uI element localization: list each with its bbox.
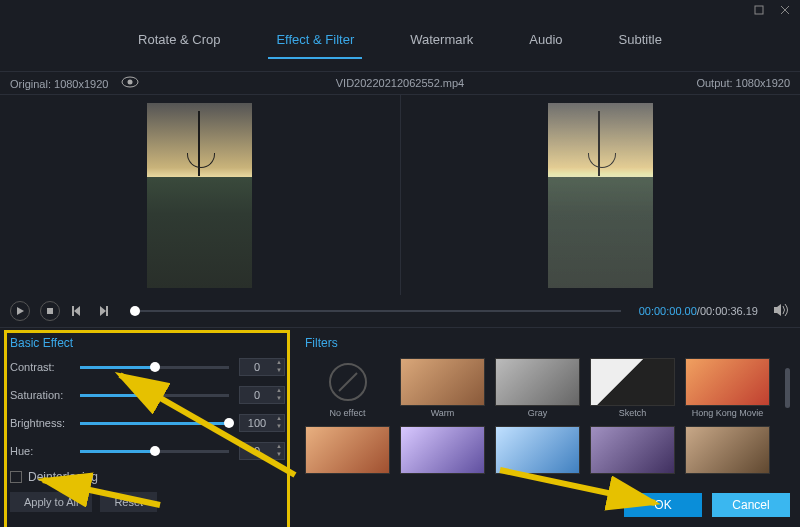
- brightness-step-down[interactable]: ▼: [274, 423, 284, 431]
- original-resolution: Original: 1080x1920: [10, 78, 108, 90]
- svg-line-12: [339, 373, 357, 391]
- preview-original: [0, 95, 401, 295]
- saturation-step-up[interactable]: ▲: [274, 387, 284, 395]
- filter-sketch[interactable]: Sketch: [590, 358, 675, 418]
- output-resolution: Output: 1080x1920: [696, 77, 790, 89]
- svg-marker-9: [100, 306, 106, 316]
- apply-to-all-button[interactable]: Apply to All: [10, 492, 92, 512]
- tab-subtitle[interactable]: Subtitle: [611, 28, 670, 59]
- duration-time: 00:00:36.19: [700, 305, 758, 317]
- reset-button[interactable]: Reset: [100, 492, 157, 512]
- contrast-step-down[interactable]: ▼: [274, 367, 284, 375]
- contrast-value-input[interactable]: 0▲▼: [239, 358, 285, 376]
- basic-effect-title: Basic Effect: [10, 336, 285, 350]
- deinterlacing-checkbox[interactable]: [10, 471, 22, 483]
- saturation-step-down[interactable]: ▼: [274, 395, 284, 403]
- filename-label: VID20220212062552.mp4: [336, 77, 464, 89]
- brightness-slider[interactable]: [80, 422, 229, 425]
- stop-button[interactable]: [40, 301, 60, 321]
- filter-item[interactable]: [495, 426, 580, 474]
- saturation-label: Saturation:: [10, 389, 80, 401]
- brightness-value-input[interactable]: 100▲▼: [239, 414, 285, 432]
- preview-area: [0, 95, 800, 295]
- close-button[interactable]: [778, 3, 792, 17]
- cancel-button[interactable]: Cancel: [712, 493, 790, 517]
- info-bar: Original: 1080x1920 VID20220212062552.mp…: [0, 72, 800, 95]
- contrast-step-up[interactable]: ▲: [274, 359, 284, 367]
- maximize-button[interactable]: [752, 3, 766, 17]
- hue-label: Hue:: [10, 445, 80, 457]
- brightness-label: Brightness:: [10, 417, 80, 429]
- svg-marker-5: [17, 307, 24, 315]
- svg-rect-8: [72, 306, 74, 316]
- tab-rotate-crop[interactable]: Rotate & Crop: [130, 28, 228, 59]
- preview-output-image: [548, 103, 653, 288]
- filter-hk-movie[interactable]: Hong Kong Movie: [685, 358, 770, 418]
- next-frame-button[interactable]: [96, 303, 112, 319]
- svg-rect-6: [47, 308, 53, 314]
- title-bar: [0, 0, 800, 20]
- time-display: 00:00:00.00/00:00:36.19: [639, 305, 758, 317]
- svg-marker-11: [774, 304, 781, 316]
- progress-bar[interactable]: [130, 310, 621, 312]
- filter-item[interactable]: [685, 426, 770, 474]
- saturation-slider[interactable]: [80, 394, 229, 397]
- playback-controls: 00:00:00.00/00:00:36.19: [0, 295, 800, 328]
- play-button[interactable]: [10, 301, 30, 321]
- filters-title: Filters: [305, 336, 790, 350]
- volume-icon[interactable]: [774, 303, 790, 320]
- saturation-value-input[interactable]: 0▲▼: [239, 386, 285, 404]
- hue-slider[interactable]: [80, 450, 229, 453]
- contrast-label: Contrast:: [10, 361, 80, 373]
- svg-marker-7: [74, 306, 80, 316]
- svg-rect-0: [755, 6, 763, 14]
- hue-step-down[interactable]: ▼: [274, 451, 284, 459]
- tab-effect-filter[interactable]: Effect & Filter: [268, 28, 362, 59]
- filter-label: Gray: [528, 408, 548, 418]
- filter-label: Sketch: [619, 408, 647, 418]
- preview-original-image: [147, 103, 252, 288]
- hue-step-up[interactable]: ▲: [274, 443, 284, 451]
- prev-frame-button[interactable]: [70, 303, 86, 319]
- contrast-slider[interactable]: [80, 366, 229, 369]
- brightness-step-up[interactable]: ▲: [274, 415, 284, 423]
- progress-handle[interactable]: [130, 306, 140, 316]
- svg-point-4: [127, 80, 132, 85]
- hue-value-input[interactable]: 0▲▼: [239, 442, 285, 460]
- filter-gray[interactable]: Gray: [495, 358, 580, 418]
- filter-item[interactable]: [305, 426, 390, 474]
- filter-no-effect[interactable]: No effect: [305, 358, 390, 418]
- no-effect-icon: [329, 363, 367, 401]
- tabs-bar: Rotate & Crop Effect & Filter Watermark …: [0, 20, 800, 72]
- filter-label: Warm: [431, 408, 455, 418]
- svg-rect-10: [106, 306, 108, 316]
- footer-buttons: OK Cancel: [624, 493, 790, 517]
- tab-watermark[interactable]: Watermark: [402, 28, 481, 59]
- deinterlacing-label: Deinterlacing: [28, 470, 98, 484]
- current-time: 00:00:00.00: [639, 305, 697, 317]
- basic-effect-panel: Basic Effect Contrast: 0▲▼ Saturation: 0…: [0, 328, 295, 527]
- filter-item[interactable]: [590, 426, 675, 474]
- preview-toggle-icon[interactable]: [120, 76, 140, 88]
- filter-label: Hong Kong Movie: [692, 408, 764, 418]
- preview-output: [401, 95, 801, 295]
- ok-button[interactable]: OK: [624, 493, 702, 517]
- filter-warm[interactable]: Warm: [400, 358, 485, 418]
- filter-item[interactable]: [400, 426, 485, 474]
- filter-label: No effect: [330, 408, 366, 418]
- tab-audio[interactable]: Audio: [521, 28, 570, 59]
